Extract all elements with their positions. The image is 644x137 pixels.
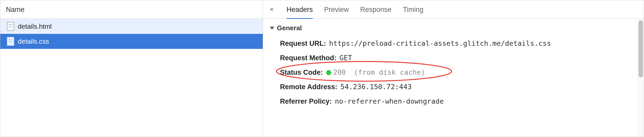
scrollbar-thumb[interactable]: [639, 20, 643, 77]
status-dot-icon: [326, 70, 331, 75]
value-remote-address: 54.236.150.72:443: [341, 83, 412, 91]
request-list-panel: Name details.html details.css: [0, 0, 263, 137]
value-status-code: 200: [333, 68, 346, 76]
general-section-header[interactable]: General: [270, 24, 637, 32]
kv-request-url: Request URL: https://preload-critical-as…: [280, 36, 637, 51]
devtools-network-panel: Name details.html details.css × Headers …: [0, 0, 644, 137]
label-request-url: Request URL:: [280, 40, 326, 48]
close-icon[interactable]: ×: [268, 5, 275, 13]
value-status-note: (from disk cache): [354, 68, 425, 76]
request-row-details-html[interactable]: details.html: [0, 19, 263, 34]
name-column-header[interactable]: Name: [0, 0, 263, 19]
disclosure-triangle-icon: [270, 27, 274, 30]
details-tabs: × Headers Preview Response Timing: [263, 0, 644, 19]
kv-referrer-policy: Referrer Policy: no-referrer-when-downgr…: [280, 94, 637, 109]
label-remote-address: Remote Address:: [280, 83, 337, 91]
request-name: details.html: [18, 22, 52, 31]
tab-timing[interactable]: Timing: [403, 0, 423, 19]
label-request-method: Request Method:: [280, 54, 336, 62]
request-list: details.html details.css: [0, 19, 263, 137]
request-details-panel: × Headers Preview Response Timing Genera…: [263, 0, 644, 137]
tab-headers[interactable]: Headers: [286, 0, 313, 19]
headers-pane: General Request URL: https://preload-cri…: [263, 19, 644, 137]
file-icon: [7, 22, 14, 31]
general-section-title: General: [277, 24, 302, 32]
file-icon: [7, 37, 14, 46]
kv-request-method: Request Method: GET: [280, 51, 637, 65]
kv-remote-address: Remote Address: 54.236.150.72:443: [280, 80, 637, 94]
value-request-url: https://preload-critical-assets.glitch.m…: [329, 39, 551, 47]
request-row-details-css[interactable]: details.css: [0, 34, 263, 49]
value-referrer-policy: no-referrer-when-downgrade: [335, 97, 444, 105]
label-referrer-policy: Referrer Policy:: [280, 97, 332, 105]
tab-response[interactable]: Response: [360, 0, 392, 19]
label-status-code: Status Code:: [280, 68, 323, 77]
tab-preview[interactable]: Preview: [324, 0, 349, 19]
vertical-scrollbar[interactable]: [638, 19, 644, 136]
general-kv-list: Request URL: https://preload-critical-as…: [270, 36, 637, 109]
request-name: details.css: [18, 37, 49, 45]
kv-status-code: Status Code: 200 (from disk cache): [280, 65, 637, 80]
status-indicator: 200 (from disk cache): [326, 68, 425, 77]
value-request-method: GET: [340, 54, 352, 62]
